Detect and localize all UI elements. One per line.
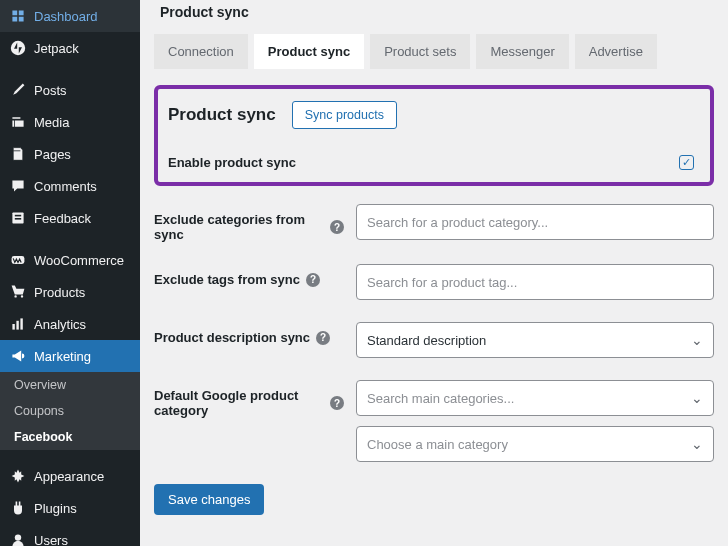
svg-rect-7	[20, 318, 22, 329]
sidebar-label: Posts	[34, 83, 67, 98]
tab-product-sets[interactable]: Product sets	[370, 34, 470, 69]
sidebar-item-appearance[interactable]: Appearance	[0, 460, 140, 492]
sidebar-label: Marketing	[34, 349, 91, 364]
sidebar-label: Plugins	[34, 501, 77, 516]
svg-rect-2	[15, 215, 21, 217]
sidebar-item-pages[interactable]: Pages	[0, 138, 140, 170]
enable-product-sync-row: Enable product sync ✓	[168, 155, 700, 170]
sidebar-label: Products	[34, 285, 85, 300]
sidebar-item-media[interactable]: Media	[0, 106, 140, 138]
google-category-search-select[interactable]: Search main categories... ⌄	[356, 380, 714, 416]
exclude-tags-input[interactable]: Search for a product tag...	[356, 264, 714, 300]
svg-rect-3	[15, 218, 21, 220]
feedback-icon	[10, 210, 26, 226]
exclude-categories-row: Exclude categories from sync ? Search fo…	[154, 204, 714, 242]
svg-point-8	[15, 534, 21, 540]
enable-product-sync-label: Enable product sync	[168, 155, 296, 170]
sidebar-label: Media	[34, 115, 69, 130]
sidebar-label: WooCommerce	[34, 253, 124, 268]
google-category-label: Default Google product category ?	[154, 380, 344, 418]
enable-product-sync-checkbox[interactable]: ✓	[679, 155, 694, 170]
products-icon	[10, 284, 26, 300]
submenu-item-coupons[interactable]: Coupons	[0, 398, 140, 424]
sidebar-item-products[interactable]: Products	[0, 276, 140, 308]
sidebar-label: Feedback	[34, 211, 91, 226]
section-title: Product sync	[168, 105, 276, 125]
sidebar-label: Jetpack	[34, 41, 79, 56]
exclude-categories-input[interactable]: Search for a product category...	[356, 204, 714, 240]
comments-icon	[10, 178, 26, 194]
plugins-icon	[10, 500, 26, 516]
sidebar-label: Comments	[34, 179, 97, 194]
sidebar-item-feedback[interactable]: Feedback	[0, 202, 140, 234]
chevron-down-icon: ⌄	[691, 436, 703, 452]
submenu-item-overview[interactable]: Overview	[0, 372, 140, 398]
tab-advertise[interactable]: Advertise	[575, 34, 657, 69]
sync-products-button[interactable]: Sync products	[292, 101, 397, 129]
tabs: Connection Product sync Product sets Mes…	[154, 34, 714, 69]
dashboard-icon	[10, 8, 26, 24]
description-sync-row: Product description sync ? Standard desc…	[154, 322, 714, 358]
appearance-icon	[10, 468, 26, 484]
sidebar-item-users[interactable]: Users	[0, 524, 140, 546]
sidebar-item-plugins[interactable]: Plugins	[0, 492, 140, 524]
users-icon	[10, 532, 26, 546]
sidebar-item-jetpack[interactable]: Jetpack	[0, 32, 140, 64]
help-icon[interactable]: ?	[316, 331, 330, 345]
exclude-tags-row: Exclude tags from sync ? Search for a pr…	[154, 264, 714, 300]
marketing-icon	[10, 348, 26, 364]
submenu-item-facebook[interactable]: Facebook	[0, 424, 140, 450]
google-category-main-select[interactable]: Choose a main category ⌄	[356, 426, 714, 462]
posts-icon	[10, 82, 26, 98]
sidebar-item-woocommerce[interactable]: WooCommerce	[0, 244, 140, 276]
tab-connection[interactable]: Connection	[154, 34, 248, 69]
exclude-categories-label: Exclude categories from sync ?	[154, 204, 344, 242]
description-sync-label: Product description sync ?	[154, 322, 344, 345]
svg-rect-6	[16, 321, 18, 330]
description-sync-select[interactable]: Standard description ⌄	[356, 322, 714, 358]
svg-rect-5	[12, 324, 14, 330]
admin-sidebar: Dashboard Jetpack Posts Media Pages Comm…	[0, 0, 140, 546]
tab-product-sync[interactable]: Product sync	[254, 34, 364, 69]
help-icon[interactable]: ?	[330, 220, 344, 234]
analytics-icon	[10, 316, 26, 332]
sidebar-label: Dashboard	[34, 9, 98, 24]
sidebar-label: Users	[34, 533, 68, 547]
sidebar-item-dashboard[interactable]: Dashboard	[0, 0, 140, 32]
section-header: Product sync Sync products	[168, 101, 700, 129]
chevron-down-icon: ⌄	[691, 332, 703, 348]
sidebar-item-comments[interactable]: Comments	[0, 170, 140, 202]
media-icon	[10, 114, 26, 130]
sidebar-item-analytics[interactable]: Analytics	[0, 308, 140, 340]
main-content: Product sync Connection Product sync Pro…	[140, 0, 728, 546]
jetpack-icon	[10, 40, 26, 56]
exclude-tags-label: Exclude tags from sync ?	[154, 264, 344, 287]
page-title: Product sync	[154, 0, 714, 34]
help-icon[interactable]: ?	[330, 396, 344, 410]
sidebar-label: Analytics	[34, 317, 86, 332]
sidebar-label: Pages	[34, 147, 71, 162]
woocommerce-icon	[10, 252, 26, 268]
google-category-row: Default Google product category ? Search…	[154, 380, 714, 462]
sidebar-label: Appearance	[34, 469, 104, 484]
save-changes-button[interactable]: Save changes	[154, 484, 264, 515]
sidebar-submenu: Overview Coupons Facebook	[0, 372, 140, 450]
highlighted-section: Product sync Sync products Enable produc…	[154, 85, 714, 186]
chevron-down-icon: ⌄	[691, 390, 703, 406]
sidebar-item-posts[interactable]: Posts	[0, 74, 140, 106]
pages-icon	[10, 146, 26, 162]
svg-point-0	[11, 41, 25, 55]
help-icon[interactable]: ?	[306, 273, 320, 287]
tab-messenger[interactable]: Messenger	[476, 34, 568, 69]
sidebar-item-marketing[interactable]: Marketing	[0, 340, 140, 372]
